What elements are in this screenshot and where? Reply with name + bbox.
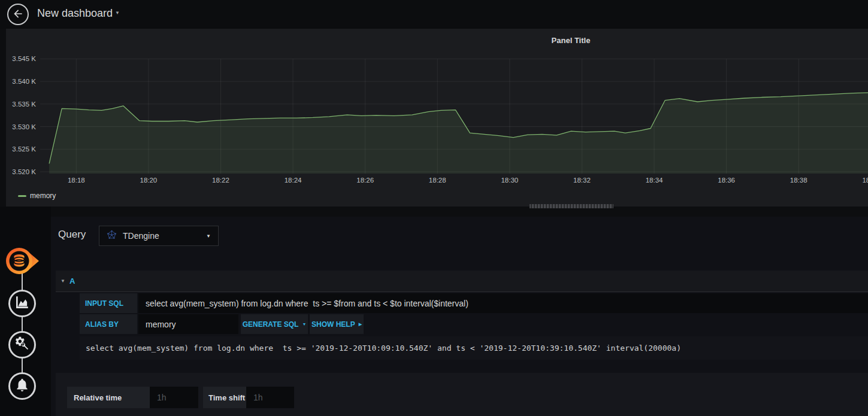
query-editor-panel: Query TDengine ▼ ▼ A INPUT SQL [51,217,868,416]
chart-legend: memory [18,192,56,200]
relative-time-label: Relative time [67,387,150,408]
datasource-picker[interactable]: TDengine ▼ [99,226,219,246]
bell-icon [14,377,30,395]
svg-text:18:32: 18:32 [573,177,591,184]
chevron-right-icon: ▶ [359,322,362,327]
tab-alert[interactable] [8,372,36,400]
dashboard-title[interactable]: New dashboard [37,7,113,20]
svg-text:3.525 K: 3.525 K [12,145,36,153]
time-options-panel: Relative time Time shift [56,373,868,416]
back-button[interactable] [7,4,29,25]
svg-text:18:38: 18:38 [790,177,807,184]
svg-text:3.540 K: 3.540 K [12,78,36,85]
time-shift-label: Time shift [203,387,246,408]
dashboard-title-caret-icon[interactable]: ▼ [115,10,120,16]
memory-timeseries-chart[interactable]: 18:1818:2018:2218:2418:2618:2818:3018:32… [6,29,868,207]
generated-sql-text: select avg(mem_system) from log.dn where… [80,336,868,360]
svg-text:3.530 K: 3.530 K [12,123,36,130]
svg-text:18:18: 18:18 [68,177,85,184]
chevron-down-icon: ▼ [206,233,211,239]
tab-visualization[interactable] [8,290,36,317]
input-sql-label: INPUT SQL [80,293,137,313]
svg-text:18:26: 18:26 [356,177,374,184]
query-section-title: Query [58,229,86,241]
tab-general[interactable] [8,331,36,359]
svg-text:18:34: 18:34 [646,177,663,184]
time-options-row: Relative time Time shift [67,387,294,408]
show-help-label: SHOW HELP [311,320,355,329]
panel-resize-handle[interactable] [526,204,617,208]
svg-text:18:20: 18:20 [140,177,157,184]
legend-series-label[interactable]: memory [30,192,56,200]
query-row-header[interactable]: ▼ A [56,271,868,292]
gear-wrench-icon [14,335,31,354]
show-help-button[interactable]: SHOW HELP ▶ [310,314,364,334]
svg-text:3.535 K: 3.535 K [12,101,36,108]
generate-sql-button[interactable]: GENERATE SQL ▼ [241,314,308,334]
tdengine-star-icon [107,230,117,242]
alias-by-label: ALIAS BY [80,314,137,334]
relative-time-field[interactable] [150,387,198,408]
query-ref-id: A [69,277,75,286]
alias-by-field[interactable] [138,314,238,334]
chevron-down-icon: ▼ [302,322,306,326]
svg-text:18:40: 18:40 [862,177,868,184]
input-sql-field[interactable] [138,293,868,313]
svg-text:18:30: 18:30 [501,177,518,184]
svg-text:3.520 K: 3.520 K [12,168,36,175]
input-sql-row: INPUT SQL [80,293,868,313]
generate-sql-label: GENERATE SQL [243,320,299,329]
alias-by-row: ALIAS BY GENERATE SQL ▼ SHOW HELP ▶ [80,314,364,334]
arrow-left-icon [12,8,24,22]
panel-title[interactable]: Panel Title [523,36,619,45]
svg-text:18:28: 18:28 [429,177,446,184]
collapse-caret-icon[interactable]: ▼ [61,278,65,284]
datasource-name: TDengine [123,231,200,241]
svg-text:18:24: 18:24 [285,177,302,184]
legend-color-dash [18,195,26,197]
svg-text:3.545 K: 3.545 K [12,55,36,62]
database-icon [5,267,40,277]
top-navbar: New dashboard ▼ [0,0,868,29]
time-shift-field[interactable] [246,387,294,408]
chart-panel: 18:1818:2018:2218:2418:2618:2818:3018:32… [6,29,868,207]
svg-text:18:22: 18:22 [212,177,229,184]
tab-queries[interactable] [5,247,40,278]
area-chart-icon [14,294,30,312]
svg-text:18:36: 18:36 [718,177,735,184]
tab-connector-line [22,262,23,386]
